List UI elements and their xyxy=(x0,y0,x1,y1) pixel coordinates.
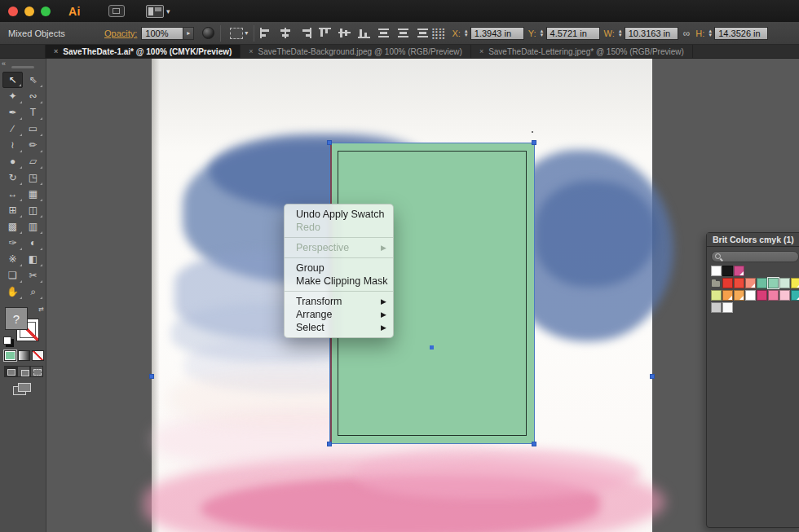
gradient-tool[interactable]: ▥ xyxy=(23,218,43,235)
blob-brush-tool[interactable]: ● xyxy=(2,153,23,169)
align-left-button[interactable] xyxy=(260,28,272,38)
hand-tool[interactable]: ✋ xyxy=(2,284,23,300)
swatch[interactable] xyxy=(734,266,744,276)
swatch[interactable] xyxy=(734,278,744,288)
swatch[interactable] xyxy=(711,266,722,276)
swatch[interactable] xyxy=(757,290,767,301)
blend-tool[interactable]: ◐ xyxy=(23,235,43,251)
swatch[interactable] xyxy=(722,266,733,276)
swatch[interactable] xyxy=(722,290,733,301)
swatch[interactable] xyxy=(779,290,790,301)
pen-tool[interactable]: ✒ xyxy=(2,104,23,121)
close-tab-icon[interactable]: × xyxy=(249,47,253,55)
align-right-button[interactable] xyxy=(299,28,311,38)
opacity-label[interactable]: Opacity: xyxy=(104,29,137,38)
rectangle-tool[interactable]: ▭ xyxy=(23,121,43,137)
direct-selection-tool[interactable]: ⇖ xyxy=(23,72,43,88)
align-top-button[interactable] xyxy=(319,28,331,38)
close-tab-icon[interactable]: × xyxy=(54,47,58,55)
panel-grip[interactable] xyxy=(11,66,34,68)
selection-handle-midright[interactable] xyxy=(650,374,655,379)
eraser-tool[interactable]: ▱ xyxy=(23,153,43,169)
swatch-folder-icon[interactable] xyxy=(711,278,722,288)
y-stepper[interactable]: ▲▼ xyxy=(540,29,545,37)
w-input[interactable]: 10.3163 in xyxy=(625,27,678,40)
swatch[interactable] xyxy=(745,290,756,301)
h-input[interactable]: 14.3526 in xyxy=(714,27,768,40)
swatch[interactable] xyxy=(734,290,744,301)
constrain-proportions-icon[interactable]: ∞ xyxy=(683,28,691,39)
swatch[interactable] xyxy=(779,278,790,288)
width-tool[interactable]: ↔ xyxy=(2,186,23,202)
menu-item-select[interactable]: Select▶ xyxy=(285,321,393,334)
swatch[interactable] xyxy=(711,302,722,313)
zoom-tool[interactable]: ⌕ xyxy=(23,284,43,300)
shape-builder-tool[interactable]: ⊞ xyxy=(2,202,23,218)
swap-fill-stroke-icon[interactable]: ⇄ xyxy=(38,306,44,313)
type-tool[interactable]: T xyxy=(23,104,43,121)
slice-tool[interactable]: ✂ xyxy=(23,267,43,284)
align-center-vertical-button[interactable] xyxy=(338,28,351,38)
swatch[interactable] xyxy=(711,290,722,301)
chevron-down-icon[interactable]: ▾ xyxy=(245,29,248,37)
lasso-tool[interactable]: ∾ xyxy=(23,88,43,104)
magic-wand-tool[interactable]: ✦ xyxy=(2,88,23,104)
minimize-window-icon[interactable] xyxy=(24,7,34,16)
symbol-sprayer-tool[interactable]: ※ xyxy=(2,251,23,267)
swatch[interactable] xyxy=(722,278,733,288)
free-transform-tool[interactable]: ▦ xyxy=(23,186,43,202)
mesh-tool[interactable]: ▩ xyxy=(2,218,23,235)
paintbrush-tool[interactable]: ≀ xyxy=(2,137,23,153)
color-button[interactable] xyxy=(4,350,16,361)
default-fill-stroke-icon[interactable] xyxy=(3,336,11,345)
swatch[interactable] xyxy=(745,278,756,288)
draw-inside-button[interactable] xyxy=(30,366,43,377)
bridge-icon[interactable] xyxy=(108,5,125,17)
rotate-tool[interactable]: ↻ xyxy=(2,169,23,186)
selection-handle-midleft[interactable] xyxy=(149,374,154,379)
selection-tool[interactable]: ↖ xyxy=(2,72,23,88)
tab-savethedate-1[interactable]: × SaveTheDate-1.ai* @ 100% (CMYK/Preview… xyxy=(46,45,241,58)
align-center-horizontal-button[interactable] xyxy=(280,28,292,38)
selection-handle-bottomleft[interactable] xyxy=(327,442,332,446)
graphic-style-icon[interactable] xyxy=(230,28,243,39)
selection-handle-bottomright[interactable] xyxy=(532,442,536,446)
canvas-pasteboard[interactable]: Undo Apply SwatchRedoPerspective▶GroupMa… xyxy=(46,59,799,532)
fill-chip[interactable]: ? xyxy=(5,307,28,330)
distribute-center-button[interactable] xyxy=(397,28,409,38)
none-button[interactable] xyxy=(32,350,44,361)
recolor-artwork-icon[interactable] xyxy=(202,27,214,39)
distribute-top-button[interactable] xyxy=(377,28,390,38)
scale-tool[interactable]: ◳ xyxy=(23,169,43,186)
perspective-grid-tool[interactable]: ◫ xyxy=(23,202,43,218)
selection-handle-topright[interactable] xyxy=(532,140,536,145)
align-to-selection-icon[interactable]: ⣿⣿ xyxy=(430,27,444,39)
menu-item-arrange[interactable]: Arrange▶ xyxy=(285,308,393,321)
swatch[interactable] xyxy=(768,290,779,301)
w-stepper[interactable]: ▲▼ xyxy=(618,29,623,37)
draw-normal-button[interactable] xyxy=(4,366,17,377)
swatch[interactable] xyxy=(791,290,799,301)
swatch[interactable] xyxy=(722,302,733,313)
selection-center-point[interactable] xyxy=(430,345,434,350)
menu-item-transform[interactable]: Transform▶ xyxy=(285,295,393,308)
h-stepper[interactable]: ▲▼ xyxy=(708,29,713,37)
tab-savethedate-background[interactable]: × SaveTheDate-Background.jpeg @ 100% (RG… xyxy=(241,45,471,58)
opacity-input[interactable]: 100% xyxy=(141,27,183,40)
workspace-switcher-icon[interactable]: ▾ xyxy=(146,5,170,18)
menu-item-undo-apply-swatch[interactable]: Undo Apply Swatch xyxy=(285,208,393,221)
artboard-page[interactable] xyxy=(152,59,652,532)
pencil-tool[interactable]: ✏ xyxy=(23,137,43,153)
eyedropper-tool[interactable]: ✑ xyxy=(2,235,23,251)
tab-savethedate-lettering[interactable]: × SaveTheDate-Lettering.jpeg* @ 150% (RG… xyxy=(471,45,693,58)
screen-mode-button[interactable] xyxy=(13,383,31,396)
artboard-tool[interactable]: ❏ xyxy=(2,267,23,284)
swatch[interactable] xyxy=(791,278,799,288)
swatch-search-input[interactable] xyxy=(711,251,799,262)
draw-behind-button[interactable] xyxy=(17,366,30,377)
y-input[interactable]: 4.5721 in xyxy=(546,27,600,40)
x-input[interactable]: 1.3943 in xyxy=(470,27,524,40)
zoom-window-icon[interactable] xyxy=(41,7,51,16)
x-stepper[interactable]: ▲▼ xyxy=(464,29,469,37)
menu-item-make-clipping-mask[interactable]: Make Clipping Mask xyxy=(285,275,393,288)
